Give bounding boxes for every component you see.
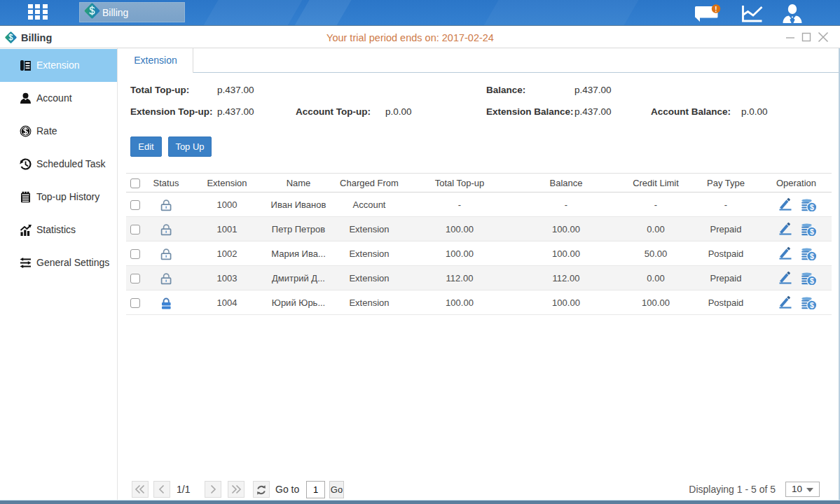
svg-text:$: $ — [809, 203, 813, 211]
svg-text:$: $ — [809, 227, 813, 236]
svg-text:!: ! — [715, 6, 717, 13]
svg-text:$: $ — [809, 252, 813, 260]
svg-text:$: $ — [809, 301, 813, 309]
svg-text:$: $ — [809, 276, 813, 285]
